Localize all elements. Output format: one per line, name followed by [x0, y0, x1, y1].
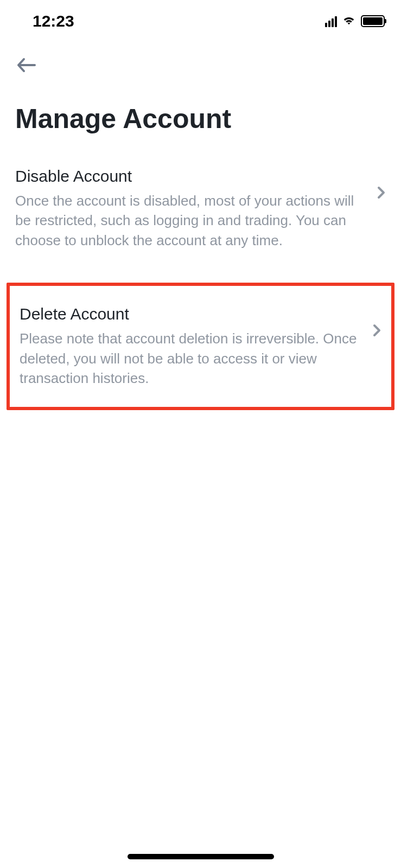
status-bar: 12:23	[0, 0, 401, 38]
nav-bar	[0, 38, 401, 76]
option-content: Disable Account Once the account is disa…	[15, 167, 368, 250]
back-button[interactable]	[15, 54, 37, 76]
status-time: 12:23	[33, 12, 74, 30]
option-title: Delete Account	[20, 305, 364, 323]
delete-account-row[interactable]: Delete Account Please note that account …	[10, 286, 391, 407]
battery-icon	[361, 15, 385, 27]
option-content: Delete Account Please note that account …	[20, 305, 364, 388]
wifi-icon	[341, 14, 357, 28]
arrow-left-icon	[16, 57, 36, 73]
option-description: Once the account is disabled, most of yo…	[15, 191, 368, 250]
home-indicator[interactable]	[128, 854, 274, 859]
status-icons	[325, 14, 385, 28]
page-title: Manage Account	[0, 76, 401, 151]
option-description: Please note that account deletion is irr…	[20, 329, 364, 388]
highlight-box: Delete Account Please note that account …	[7, 283, 394, 410]
disable-account-row[interactable]: Disable Account Once the account is disa…	[0, 151, 401, 266]
cellular-signal-icon	[325, 15, 337, 27]
chevron-right-icon	[373, 324, 381, 339]
option-title: Disable Account	[15, 167, 368, 186]
chevron-right-icon	[377, 186, 386, 201]
